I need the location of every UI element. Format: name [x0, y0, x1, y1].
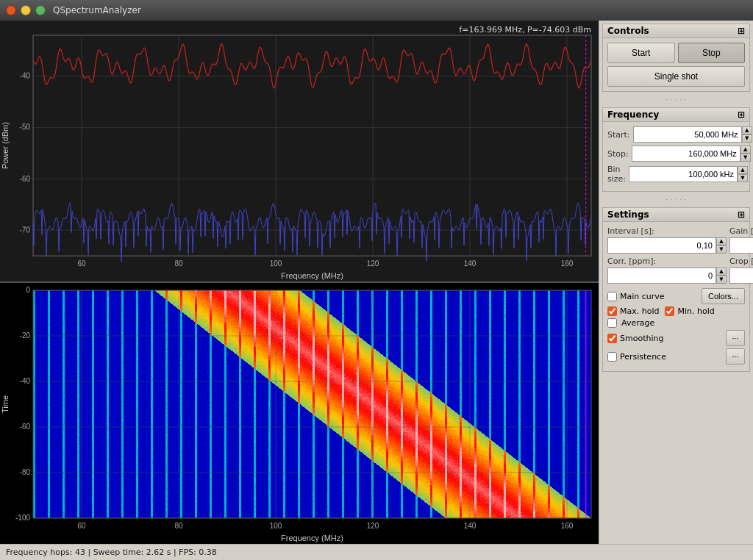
smoothing-row: Smoothing ···: [607, 330, 745, 346]
corr-label: Corr. [ppm]:: [607, 256, 727, 266]
main-area: f=163.969 MHz, P=-74.603 dBm Controls ⊞ …: [0, 21, 753, 544]
stop-freq-down[interactable]: ▼: [740, 154, 751, 162]
start-freq-input-wrap: ▲ ▼: [633, 126, 752, 143]
frequency-body: Start: ▲ ▼ Stop: ▲: [603, 122, 749, 191]
smoothing-options-button[interactable]: ···: [726, 330, 745, 346]
colors-button[interactable]: Colors...: [702, 288, 745, 304]
maxmin-hold-row: Max. hold Min. hold: [607, 306, 745, 316]
app-title: QSpectrumAnalyzer: [53, 5, 141, 15]
interval-down[interactable]: ▼: [716, 245, 727, 254]
min-hold-checkbox[interactable]: [665, 306, 674, 316]
right-panel: Controls ⊞ Start Stop Single shot · · · …: [599, 21, 753, 544]
corr-down[interactable]: ▼: [716, 276, 727, 284]
controls-icon: ⊞: [738, 26, 745, 36]
interval-label: Interval [s]:: [607, 226, 727, 236]
start-freq-down[interactable]: ▼: [742, 134, 752, 143]
interval-group: Interval [s]: ▲ ▼: [607, 226, 727, 254]
smoothing-checkbox[interactable]: [607, 334, 617, 343]
persistence-row: Persistence ···: [607, 348, 745, 365]
waterfall-chart: [0, 283, 599, 544]
binsize-input[interactable]: [629, 166, 738, 182]
average-label: Average: [621, 318, 654, 328]
controls-section: Controls ⊞ Start Stop Single shot: [602, 24, 750, 92]
binsize-down[interactable]: ▼: [738, 174, 748, 182]
interval-up[interactable]: ▲: [716, 237, 727, 245]
start-freq-up[interactable]: ▲: [742, 126, 752, 134]
gain-input-wrap: ▲ ▼: [729, 237, 753, 254]
corr-input-wrap: ▲ ▼: [607, 268, 727, 284]
stop-button[interactable]: Stop: [678, 43, 746, 63]
settings-section: Settings ⊞ Interval [s]: ▲ ▼: [602, 207, 750, 372]
stop-freq-spin: ▲ ▼: [740, 146, 751, 162]
binsize-label: Bin size:: [607, 165, 626, 184]
statusbar: Frequency hops: 43 | Sweep time: 2.62 s …: [0, 544, 753, 560]
frequency-header: Frequency ⊞: [603, 108, 749, 122]
grip-2: · · · · ·: [602, 195, 750, 204]
waterfall-canvas: [0, 283, 599, 544]
gain-label: Gain [dB]:: [729, 226, 753, 236]
frequency-icon: ⊞: [738, 110, 745, 120]
settings-title: Settings: [607, 209, 649, 220]
settings-header: Settings ⊞: [603, 208, 749, 222]
charts-area: f=163.969 MHz, P=-74.603 dBm: [0, 21, 599, 544]
main-curve-label: Main curve: [620, 292, 665, 301]
gain-input[interactable]: [729, 237, 753, 254]
corr-group: Corr. [ppm]: ▲ ▼: [607, 256, 727, 284]
frequency-title: Frequency: [607, 110, 659, 120]
start-button[interactable]: Start: [607, 43, 675, 63]
stop-freq-row: Stop: ▲ ▼: [607, 146, 745, 162]
max-hold-label: Max. hold: [620, 306, 659, 316]
start-freq-spin: ▲ ▼: [742, 126, 752, 143]
smoothing-label: Smoothing: [620, 334, 663, 343]
interval-spin: ▲ ▼: [716, 237, 727, 254]
binsize-row: Bin size: ▲ ▼: [607, 165, 745, 184]
crop-input-wrap: ▲ ▼: [729, 268, 753, 284]
single-shot-button[interactable]: Single shot: [607, 66, 745, 87]
start-freq-row: Start: ▲ ▼: [607, 126, 745, 143]
min-hold-label: Min. hold: [677, 306, 714, 316]
spectrum-chart: f=163.969 MHz, P=-74.603 dBm: [0, 21, 599, 283]
spectrum-canvas: [0, 21, 599, 281]
crop-group: Crop [%]: ▲ ▼: [729, 256, 753, 284]
settings-body: Interval [s]: ▲ ▼ Gain [dB]:: [603, 222, 749, 371]
persistence-label: Persistence: [620, 352, 666, 362]
main-curve-checkbox[interactable]: [607, 292, 617, 301]
corr-up[interactable]: ▲: [716, 268, 727, 276]
interval-gain-group: Interval [s]: ▲ ▼ Gain [dB]:: [607, 226, 745, 254]
minimize-button[interactable]: [21, 5, 31, 15]
close-button[interactable]: [6, 5, 16, 15]
average-row: Average: [607, 318, 745, 328]
max-hold-checkbox[interactable]: [607, 306, 617, 316]
stop-freq-up[interactable]: ▲: [740, 146, 751, 154]
crop-label: Crop [%]:: [729, 256, 753, 266]
persistence-checkbox[interactable]: [607, 352, 617, 362]
main-curve-row: Main curve Colors...: [607, 288, 745, 304]
binsize-spin: ▲ ▼: [738, 166, 748, 182]
controls-title: Controls: [607, 26, 649, 36]
interval-input-wrap: ▲ ▼: [607, 237, 727, 254]
grip-1: · · · · ·: [602, 95, 750, 104]
titlebar: QSpectrumAnalyzer: [0, 0, 753, 21]
settings-icon: ⊞: [738, 209, 745, 220]
crop-input[interactable]: [729, 268, 753, 284]
spectrum-info: f=163.969 MHz, P=-74.603 dBm: [459, 25, 591, 35]
persistence-options-button[interactable]: ···: [726, 348, 745, 365]
status-text: Frequency hops: 43 | Sweep time: 2.62 s …: [6, 548, 217, 557]
start-freq-input[interactable]: [633, 126, 742, 143]
controls-header: Controls ⊞: [603, 24, 749, 38]
interval-input[interactable]: [607, 237, 716, 254]
corr-crop-group: Corr. [ppm]: ▲ ▼ Crop [%]:: [607, 256, 745, 284]
gain-group: Gain [dB]: ▲ ▼: [729, 226, 753, 254]
frequency-section: Frequency ⊞ Start: ▲ ▼ Stop:: [602, 107, 750, 192]
average-checkbox[interactable]: [607, 318, 617, 328]
corr-input[interactable]: [607, 268, 716, 284]
binsize-up[interactable]: ▲: [738, 166, 748, 174]
start-freq-label: Start:: [607, 130, 630, 140]
stop-freq-input[interactable]: [632, 146, 740, 162]
maximize-button[interactable]: [35, 5, 46, 15]
corr-spin: ▲ ▼: [716, 268, 727, 284]
stop-freq-label: Stop:: [607, 149, 629, 159]
controls-body: Start Stop Single shot: [603, 38, 749, 91]
binsize-input-wrap: ▲ ▼: [629, 166, 748, 182]
stop-freq-input-wrap: ▲ ▼: [632, 146, 751, 162]
